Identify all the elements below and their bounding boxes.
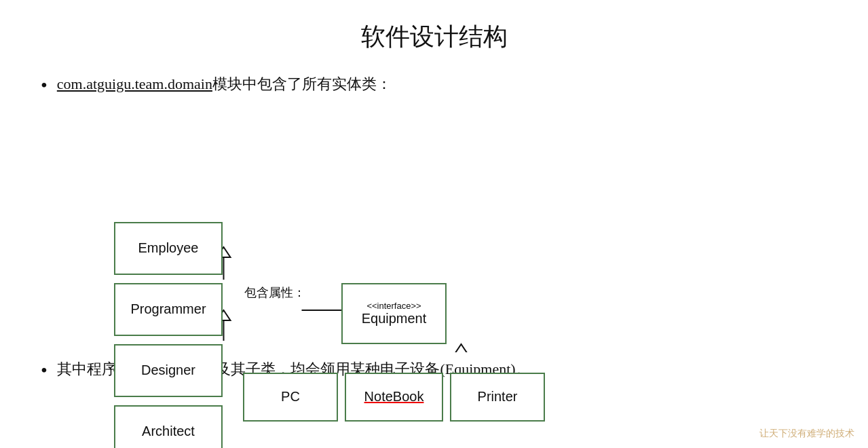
programmer-label: Programmer [130,301,206,317]
page-title: 软件设计结构 [41,20,827,54]
employee-box: Employee [114,222,223,275]
bullet-dot-2: • [41,359,48,382]
uml-diagram: Employee Programmer Designer Architect 包… [81,108,827,352]
notebook-label: NoteBook [364,389,424,405]
employee-label: Employee [138,240,199,256]
architect-label: Architect [142,424,195,439]
watermark: 让天下没有难学的技术 [759,428,854,440]
interface-stereotype: <<interface>> [366,301,421,311]
bullet-1: • com.atguigu.team.domain模块中包含了所有实体类： [41,74,827,97]
bullet-1-text: com.atguigu.team.domain模块中包含了所有实体类： [57,74,392,95]
bullet-1-suffix: 模块中包含了所有实体类： [212,75,392,92]
pc-label: PC [281,389,300,405]
notebook-box: NoteBook [345,373,443,422]
printer-label: Printer [478,389,518,405]
equipment-box: <<interface>> Equipment [341,283,447,344]
equipment-label: Equipment [362,311,427,326]
slide: 软件设计结构 • com.atguigu.team.domain模块中包含了所有… [0,0,868,448]
svg-marker-13 [455,344,468,352]
designer-label: Designer [141,362,195,378]
printer-box: Printer [450,373,545,422]
bullet-dot-1: • [41,74,48,97]
architect-box: Architect [114,405,223,448]
package-name: com.atguigu.team.domain [57,75,212,92]
designer-box: Designer [114,344,223,397]
pc-box: PC [243,373,338,422]
programmer-box: Programmer [114,283,223,336]
association-label: 包含属性： [244,284,305,301]
